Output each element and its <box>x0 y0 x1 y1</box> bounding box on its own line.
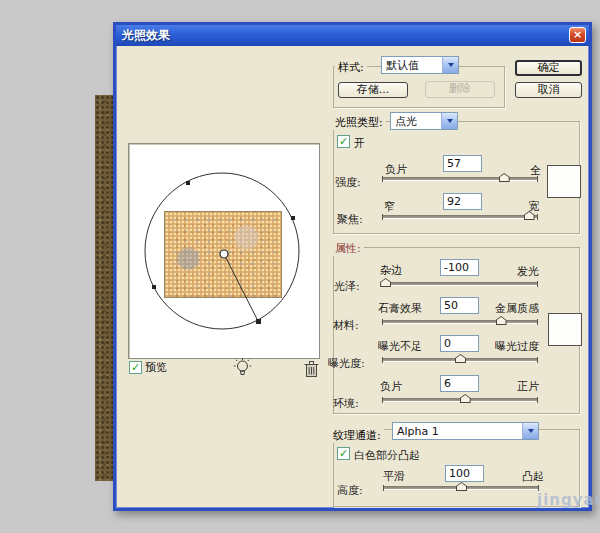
light-color-swatch[interactable] <box>547 165 581 198</box>
material-slider[interactable] <box>382 320 538 324</box>
ambience-slider[interactable] <box>382 398 538 402</box>
material-min-label: 石膏效果 <box>378 301 422 316</box>
cancel-button[interactable]: 取消 <box>515 82 582 98</box>
light-type-select-value: 点光 <box>391 114 441 129</box>
intensity-label: 强度: <box>335 175 361 190</box>
light-type-select[interactable]: 点光 <box>390 112 458 130</box>
height-slider[interactable] <box>383 486 539 490</box>
material-max-label: 金属质感 <box>495 301 539 316</box>
exposure-label: 曝光度: <box>328 356 365 371</box>
focus-input[interactable] <box>443 193 482 210</box>
ellipse-handle-bottom[interactable] <box>256 319 261 324</box>
ambience-label: 环境: <box>333 396 359 411</box>
ellipse-handle-top[interactable] <box>186 181 190 185</box>
close-icon[interactable]: × <box>569 27 586 43</box>
intensity-input[interactable] <box>443 155 482 172</box>
light-on-label: 开 <box>354 136 365 151</box>
screen: 光照效果 × ✓ 预览 <box>0 0 600 533</box>
trash-icon[interactable] <box>304 360 319 378</box>
focus-slider[interactable] <box>382 215 538 219</box>
watermark: jingyan <box>537 491 600 509</box>
gloss-slider[interactable] <box>382 282 538 286</box>
preview-checkbox-label: 预览 <box>145 360 167 375</box>
ambience-max-label: 正片 <box>517 379 539 394</box>
white-raised-label: 白色部分凸起 <box>354 448 420 463</box>
height-input[interactable] <box>445 465 484 482</box>
gloss-max-label: 发光 <box>517 264 539 279</box>
dialog-title: 光照效果 <box>116 27 170 44</box>
light-preview-canvas <box>128 143 320 359</box>
preview-checkbox[interactable]: ✓ <box>129 361 142 374</box>
gloss-min-label: 杂边 <box>380 263 402 278</box>
light-center-handle[interactable] <box>220 250 228 258</box>
chevron-down-icon[interactable] <box>442 57 458 73</box>
texture-channel-select-value: Alpha 1 <box>393 425 522 438</box>
intensity-slider[interactable] <box>382 177 538 181</box>
material-input[interactable] <box>440 297 479 314</box>
light-on-checkbox[interactable]: ✓ <box>337 135 350 148</box>
height-label: 高度: <box>337 483 363 498</box>
height-min-label: 平滑 <box>383 469 405 484</box>
style-select[interactable]: 默认值 <box>381 56 459 74</box>
light-bulb-icon[interactable] <box>233 358 252 379</box>
intensity-max-label: 全 <box>530 163 541 178</box>
intensity-min-label: 负片 <box>385 162 407 177</box>
light-direction-line <box>224 254 258 321</box>
exposure-slider[interactable] <box>382 358 538 362</box>
exposure-max-label: 曝光过度 <box>495 339 539 354</box>
style-select-value: 默认值 <box>382 58 442 73</box>
light-footprint-editor[interactable] <box>129 144 319 358</box>
material-color-swatch[interactable] <box>548 313 582 346</box>
focus-label: 聚焦: <box>337 212 363 227</box>
dialog-titlebar[interactable]: 光照效果 × <box>116 25 589 46</box>
gloss-input[interactable] <box>440 259 479 276</box>
ellipse-handle-left[interactable] <box>152 285 156 289</box>
ambience-min-label: 负片 <box>380 379 402 394</box>
chevron-down-icon[interactable] <box>522 423 538 439</box>
lighting-effects-dialog: 光照效果 × ✓ 预览 <box>113 22 592 511</box>
texture-channel-select[interactable]: Alpha 1 <box>392 422 539 440</box>
ok-button[interactable]: 确定 <box>515 60 582 76</box>
height-max-label: 凸起 <box>522 469 544 484</box>
material-label: 材料: <box>333 318 359 333</box>
chevron-down-icon[interactable] <box>441 113 457 129</box>
style-label: 样式: <box>335 60 367 75</box>
gloss-label: 光泽: <box>334 279 360 294</box>
ambience-input[interactable] <box>440 375 479 392</box>
save-style-button[interactable]: 存储... <box>338 82 408 98</box>
exposure-min-label: 曝光不足 <box>378 339 422 354</box>
exposure-input[interactable] <box>440 335 479 352</box>
focus-min-label: 窄 <box>384 199 395 214</box>
texture-channel-label: 纹理通道: <box>330 428 384 443</box>
ellipse-handle-right[interactable] <box>291 216 295 220</box>
properties-label: 属性: <box>332 241 364 256</box>
light-type-label: 光照类型: <box>332 115 386 130</box>
delete-style-button: 删除 <box>425 81 495 98</box>
white-raised-checkbox[interactable]: ✓ <box>337 447 350 460</box>
